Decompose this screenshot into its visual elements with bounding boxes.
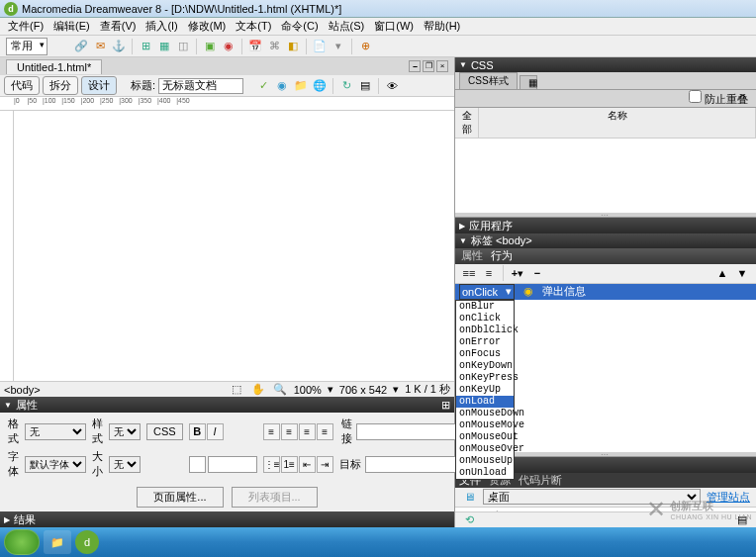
page-props-button[interactable]: 页面属性... <box>137 487 223 508</box>
browser-check-icon[interactable]: ◉ <box>274 78 290 94</box>
tag-selector[interactable]: <body> <box>4 384 41 396</box>
comment-icon[interactable]: ◧ <box>285 39 301 54</box>
text-color-swatch[interactable] <box>189 456 206 473</box>
event-opt[interactable]: onMouseUp <box>456 455 514 467</box>
image-icon[interactable]: ▣ <box>202 39 218 54</box>
validate-icon[interactable]: ✓ <box>255 78 271 94</box>
dreamweaver-task-icon[interactable]: d <box>75 530 99 554</box>
split-view-button[interactable]: 拆分 <box>43 76 78 95</box>
hand-tool-icon[interactable]: ✋ <box>250 382 266 398</box>
minimize-doc-icon[interactable]: ‒ <box>409 60 421 72</box>
design-view-button[interactable]: 设计 <box>81 76 117 95</box>
script-icon[interactable]: 📄 <box>312 39 328 54</box>
table-icon[interactable]: ⊞ <box>138 39 153 54</box>
text-color-input[interactable] <box>208 456 257 473</box>
server-icon[interactable]: ⌘ <box>266 39 282 54</box>
outdent-icon[interactable]: ⇤ <box>299 456 316 473</box>
menu-insert[interactable]: 插入(I) <box>142 18 181 35</box>
preview-icon[interactable]: 🌐 <box>312 78 328 94</box>
list-item-button[interactable]: 列表项目... <box>232 487 318 508</box>
event-opt[interactable]: onClick <box>456 313 514 325</box>
zoom-level[interactable]: 100% <box>294 384 322 396</box>
window-size[interactable]: 706 x 542 <box>339 384 387 396</box>
attr-tab[interactable]: 属性 <box>461 248 483 263</box>
restore-doc-icon[interactable]: ❐ <box>423 60 434 72</box>
doc-tab[interactable]: Untitled-1.html* <box>6 59 102 74</box>
layout-icon[interactable]: ▦ <box>156 39 172 54</box>
css-styles-tab[interactable]: CSS样式 <box>459 72 518 89</box>
move-up-icon[interactable]: ▲ <box>714 265 730 281</box>
event-opt[interactable]: onBlur <box>456 301 514 313</box>
event-opt[interactable]: onDblClick <box>456 325 514 336</box>
hyperlink-icon[interactable]: 🔗 <box>73 39 89 54</box>
templates-icon[interactable]: ▾ <box>331 39 346 54</box>
results-panel-header[interactable]: 结果 <box>0 511 454 527</box>
menu-file[interactable]: 文件(F) <box>4 18 47 35</box>
file-mgmt-icon[interactable]: 📁 <box>293 78 309 94</box>
refresh-icon[interactable]: ↻ <box>338 78 354 94</box>
list-ol-icon[interactable]: 1≡ <box>281 456 298 473</box>
event-opt[interactable]: onError <box>456 336 514 348</box>
tag-icon[interactable]: ⊕ <box>357 39 373 54</box>
title-input[interactable] <box>158 78 243 94</box>
category-dropdown[interactable]: 常用 <box>6 38 47 55</box>
explorer-task-icon[interactable]: 📁 <box>44 530 71 554</box>
css-button[interactable]: CSS <box>146 423 183 440</box>
event-opt[interactable]: onMouseDown <box>456 408 514 419</box>
layers-tab[interactable]: ▦ <box>520 75 537 89</box>
css-list[interactable] <box>455 139 756 212</box>
col-all[interactable]: 全部 <box>455 108 479 138</box>
size-select[interactable]: 无 <box>109 456 141 473</box>
event-opt[interactable]: onFocus <box>456 348 514 360</box>
behavior-list[interactable]: onClick▾ ◉ 弹出信息 onBlur onClick onDblClic… <box>455 284 756 452</box>
behavior-row[interactable]: onClick▾ ◉ 弹出信息 <box>455 284 756 300</box>
properties-panel-header[interactable]: 属性⊞ <box>0 397 454 413</box>
move-down-icon[interactable]: ▼ <box>734 265 750 281</box>
code-view-button[interactable]: 代码 <box>4 76 40 95</box>
font-select[interactable]: 默认字体 <box>25 456 86 473</box>
zoom-tool-icon[interactable]: 🔍 <box>272 382 288 398</box>
bold-icon[interactable]: B <box>189 423 206 440</box>
div-icon[interactable]: ◫ <box>175 39 191 54</box>
event-opt[interactable]: onMouseMove <box>456 419 514 431</box>
align-left-icon[interactable]: ≡ <box>263 423 280 440</box>
css-panel-header[interactable]: CSS <box>455 57 756 72</box>
event-opt[interactable]: onUnload <box>456 467 514 479</box>
menu-view[interactable]: 查看(V) <box>96 18 141 35</box>
event-opt[interactable]: onKeyUp <box>456 384 514 396</box>
indent-icon[interactable]: ⇥ <box>317 456 333 473</box>
style-select[interactable]: 无 <box>109 423 141 440</box>
event-opt[interactable]: onLoad <box>456 396 514 408</box>
menu-edit[interactable]: 编辑(E) <box>49 18 94 35</box>
menu-window[interactable]: 窗口(W) <box>370 18 418 35</box>
list-ul-icon[interactable]: ⋮≡ <box>263 456 280 473</box>
media-icon[interactable]: ◉ <box>221 39 236 54</box>
show-set-icon[interactable]: ≡≡ <box>461 265 477 281</box>
event-dropdown-list[interactable]: onBlur onClick onDblClick onError onFocu… <box>455 300 515 480</box>
behavior-tab[interactable]: 行为 <box>491 248 513 263</box>
menu-text[interactable]: 文本(T) <box>232 18 275 35</box>
event-opt[interactable]: onKeyDown <box>456 360 514 372</box>
tag-panel-header[interactable]: 标签 <body> <box>455 233 756 248</box>
event-opt[interactable]: onMouseOver <box>456 443 514 455</box>
design-canvas[interactable] <box>14 111 454 381</box>
menu-modify[interactable]: 修改(M) <box>184 18 231 35</box>
show-all-icon[interactable]: ≡ <box>481 265 497 281</box>
format-select[interactable]: 无 <box>25 423 86 440</box>
menu-site[interactable]: 站点(S) <box>325 18 369 35</box>
align-justify-icon[interactable]: ≡ <box>317 423 333 440</box>
view-options-icon[interactable]: ▤ <box>357 78 373 94</box>
align-center-icon[interactable]: ≡ <box>281 423 298 440</box>
event-opt[interactable]: onKeyPress <box>456 372 514 384</box>
remove-behavior-icon[interactable]: − <box>529 265 545 281</box>
align-right-icon[interactable]: ≡ <box>299 423 316 440</box>
visual-aids-icon[interactable]: 👁 <box>384 78 400 94</box>
start-button[interactable] <box>4 529 40 555</box>
col-name[interactable]: 名称 <box>479 108 756 138</box>
italic-icon[interactable]: I <box>207 423 224 440</box>
event-opt[interactable]: onMouseOut <box>456 431 514 443</box>
app-panel-header[interactable]: 应用程序 <box>455 218 756 232</box>
prevent-overlap-checkbox[interactable] <box>689 90 702 103</box>
menu-help[interactable]: 帮助(H) <box>420 18 464 35</box>
menu-command[interactable]: 命令(C) <box>277 18 322 35</box>
